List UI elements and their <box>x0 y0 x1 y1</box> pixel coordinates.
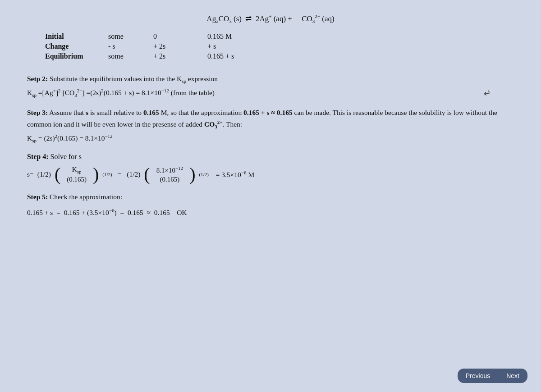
step4-label: Step 4: <box>27 153 49 160</box>
row-initial-col3: 0.165 M <box>207 32 298 41</box>
solve-equation: s= (1/2) ( Ksp (0.165) ) (1/2) = (1/2) (… <box>27 165 514 183</box>
step5-text: Step 5: Check the approximation: <box>27 191 514 202</box>
frac1-den: (0.165) <box>65 175 88 183</box>
step5-section: Step 5: Check the approximation: 0.165 +… <box>27 191 514 218</box>
row-initial-col2: 0 <box>153 32 207 41</box>
step2-label: Setp 2: <box>27 75 48 82</box>
open-paren-1: ( <box>55 165 60 183</box>
row-initial-col1: some <box>108 32 153 41</box>
equals-sign: = <box>116 170 124 178</box>
result: = 3.5×10−6 M <box>212 170 254 179</box>
step2-text: Setp 2: Substitute the equilibrium value… <box>27 73 514 85</box>
coeff2: (1/2) <box>127 170 140 178</box>
close-paren-1: ) <box>93 165 99 183</box>
step5-label: Step 5: <box>27 193 48 201</box>
row-initial-label: Initial <box>45 32 108 41</box>
frac2-num: 8.1×10−12 <box>155 165 185 175</box>
close-paren-2: ) <box>189 165 195 183</box>
row-equil-label: Equilibrium <box>45 52 108 61</box>
ice-table: Initial some 0 0.165 M Change - s + 2s +… <box>45 32 514 61</box>
open-paren-2: ( <box>144 165 150 183</box>
step3-section: Step 3: Assume that s is small relative … <box>27 107 514 145</box>
exp2: (1/2) <box>199 172 208 177</box>
step3-label: Step 3: <box>27 109 48 116</box>
step2-formula: Ksp =[Ag+]2 [CO32−] =(2s)2(0.165 + s) = … <box>27 87 514 99</box>
equation-section: Ag2CO3 (s) ⇌ 2Ag+ (aq) + CO32− (aq) Init… <box>27 14 514 61</box>
row-equil-col2: + 2s <box>153 52 207 61</box>
row-change-col2: + 2s <box>153 42 207 51</box>
row-equil-col3: 0.165 + s <box>207 52 298 61</box>
step4-section: Step 4: Solve for s s= (1/2) ( Ksp (0.16… <box>27 153 514 183</box>
reaction-line: Ag2CO3 (s) ⇌ 2Ag+ (aq) + CO32− (aq) <box>27 14 514 24</box>
step4-text: Step 4: Solve for s <box>27 153 514 161</box>
fraction-1: Ksp (0.165) <box>65 166 88 183</box>
next-button[interactable]: Next <box>498 369 527 383</box>
previous-button[interactable]: Previous <box>458 369 498 383</box>
step3-text: Step 3: Assume that s is small relative … <box>27 107 514 130</box>
fraction-2: 8.1×10−12 (0.165) <box>155 165 185 183</box>
frac1-num: Ksp <box>70 166 83 175</box>
s-equals: s= <box>27 170 34 178</box>
nav-buttons: Previous Next <box>458 369 527 383</box>
step3-formula: Ksp = (2s)2(0.165) = 8.1×10−12 <box>27 132 514 145</box>
exp1: (1/2) <box>102 172 112 177</box>
step2-section: Setp 2: Substitute the equilibrium value… <box>27 73 514 99</box>
row-equil-col1: some <box>108 52 153 61</box>
main-page: Ag2CO3 (s) ⇌ 2Ag+ (aq) + CO32− (aq) Init… <box>0 0 541 392</box>
row-change-col3: + s <box>207 42 298 51</box>
step5-formula: 0.165 + s = 0.165 + (3.5×10−6) = 0.165 ≈… <box>27 207 514 218</box>
row-change-label: Change <box>45 42 108 51</box>
row-change-col1: - s <box>108 42 153 51</box>
frac2-den: (0.165) <box>158 175 182 183</box>
coeff1: (1/2) <box>37 170 51 178</box>
